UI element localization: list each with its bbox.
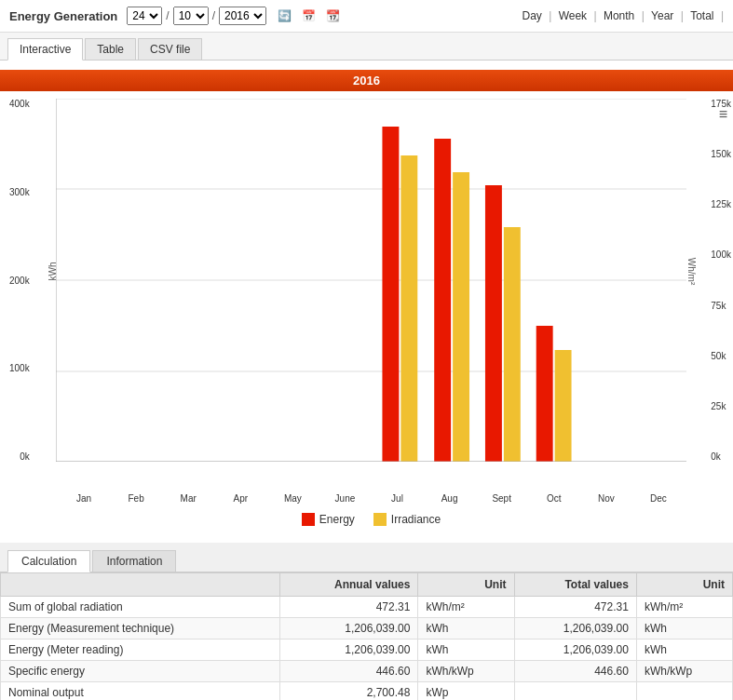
- nav-week[interactable]: Week: [555, 9, 590, 22]
- col-header-total-values: Total values: [514, 573, 636, 597]
- col-header-total-unit: Unit: [636, 573, 732, 597]
- chart-wrap: 400k 300k 200k 100k 0k 175k 150k 125k 10…: [56, 99, 686, 490]
- legend-irradiance: Irradiance: [373, 513, 441, 526]
- page-title: Energy Generation: [9, 9, 117, 23]
- month-select[interactable]: 10: [173, 7, 209, 25]
- row-annual-value: 1,206,039.00: [280, 618, 418, 639]
- bar-oct-energy: [536, 326, 553, 462]
- y-right-label: Wh/m²: [686, 258, 697, 285]
- row-annual-unit: kWh: [418, 618, 514, 639]
- row-total-value: 472.31: [514, 597, 636, 618]
- bar-jul-energy: [382, 127, 399, 462]
- energy-color-swatch: [302, 513, 315, 526]
- row-total-unit: kWh: [636, 618, 732, 639]
- row-total-unit: kWh/m²: [636, 597, 732, 618]
- tab-csv[interactable]: CSV file: [138, 38, 202, 60]
- hamburger-menu-icon[interactable]: ≡: [719, 106, 727, 123]
- view-tabs: Interactive Table CSV file: [0, 33, 733, 61]
- year-select[interactable]: 2016: [219, 7, 266, 25]
- row-annual-unit: kWp: [418, 682, 514, 701]
- refresh-icon[interactable]: 🔄: [274, 6, 294, 26]
- irradiance-color-swatch: [373, 513, 387, 526]
- table-row: Nominal output 2,700.48 kWp: [1, 682, 733, 701]
- row-annual-unit: kWh/kWp: [418, 661, 514, 682]
- data-table: Annual values Unit Total values Unit Sum…: [0, 572, 733, 700]
- table-row: Sum of global radiation 472.31 kWh/m² 47…: [1, 597, 733, 618]
- chart-title: 2016: [0, 70, 733, 91]
- nav-day[interactable]: Day: [519, 9, 546, 22]
- calendar1-icon[interactable]: 📅: [298, 6, 319, 26]
- table-row: Specific energy 446.60 kWh/kWp 446.60 kW…: [1, 661, 733, 682]
- calendar2-icon[interactable]: 📆: [322, 6, 343, 26]
- row-annual-unit: kWh/m²: [418, 597, 514, 618]
- row-total-unit: kWh/kWp: [636, 661, 732, 682]
- row-total-unit: [636, 682, 732, 701]
- row-total-value: [514, 682, 636, 701]
- nav-year[interactable]: Year: [647, 9, 677, 22]
- y-left-label: kWh: [48, 262, 58, 281]
- row-annual-value: 2,700.48: [280, 682, 418, 701]
- table-row: Energy (Meter reading) 1,206,039.00 kWh …: [1, 639, 733, 661]
- bar-jul-irradiance: [400, 155, 417, 462]
- row-annual-unit: kWh: [418, 639, 514, 661]
- row-label: Energy (Measurement technique): [1, 618, 280, 639]
- bar-aug-irradiance: [453, 172, 469, 462]
- row-total-unit: kWh: [636, 639, 732, 661]
- date-controls: 24 / 10 / 2016 🔄 📅 📆: [127, 6, 343, 26]
- y-axis-left: 400k 300k 200k 100k 0k: [9, 99, 30, 462]
- row-total-value: 1,206,039.00: [514, 639, 636, 661]
- col-header-annual-unit: Unit: [418, 573, 514, 597]
- bar-oct-irradiance: [555, 350, 572, 462]
- tab-interactive[interactable]: Interactive: [7, 38, 83, 61]
- nav-month[interactable]: Month: [600, 9, 638, 22]
- day-select[interactable]: 24: [127, 7, 162, 25]
- bar-chart: [56, 99, 686, 462]
- row-label: Specific energy: [1, 661, 280, 682]
- row-label: Energy (Meter reading): [1, 639, 280, 661]
- bar-aug-energy: [434, 139, 451, 462]
- energy-label: Energy: [319, 513, 355, 526]
- y-axis-right: 175k 150k 125k 100k 75k 50k 25k 0k: [711, 99, 731, 462]
- bar-sept-irradiance: [504, 227, 521, 462]
- chart-legend: Energy Irradiance: [56, 513, 686, 526]
- row-annual-value: 472.31: [280, 597, 418, 618]
- calc-tab-calculation[interactable]: Calculation: [7, 550, 90, 572]
- bar-sept-energy: [485, 185, 502, 462]
- header: Energy Generation 24 / 10 / 2016 🔄 📅 📆 D…: [0, 0, 733, 33]
- irradiance-label: Irradiance: [391, 513, 441, 526]
- row-total-value: 1,206,039.00: [514, 618, 636, 639]
- nav-total[interactable]: Total: [686, 9, 717, 22]
- chart-container: 2016 400k 300k 200k 100k 0k 175k 150k 12…: [0, 61, 733, 535]
- col-header-annual-values: Annual values: [280, 573, 418, 597]
- row-annual-value: 1,206,039.00: [280, 639, 418, 661]
- nav-links: Day | Week | Month | Year | Total |: [519, 9, 725, 22]
- legend-energy: Energy: [302, 513, 355, 526]
- calc-tab-information[interactable]: Information: [92, 550, 176, 572]
- table-row: Energy (Measurement technique) 1,206,039…: [1, 618, 733, 639]
- row-total-value: 446.60: [514, 661, 636, 682]
- row-label: Sum of global radiation: [1, 597, 280, 618]
- calc-tabs: Calculation Information: [0, 543, 733, 572]
- row-label: Nominal output: [1, 682, 280, 701]
- x-axis: Jan Feb Mar Apr May June Jul Aug Sept Oc…: [56, 493, 686, 504]
- row-annual-value: 446.60: [280, 661, 418, 682]
- col-header-label: [1, 573, 280, 597]
- tab-table[interactable]: Table: [85, 38, 136, 60]
